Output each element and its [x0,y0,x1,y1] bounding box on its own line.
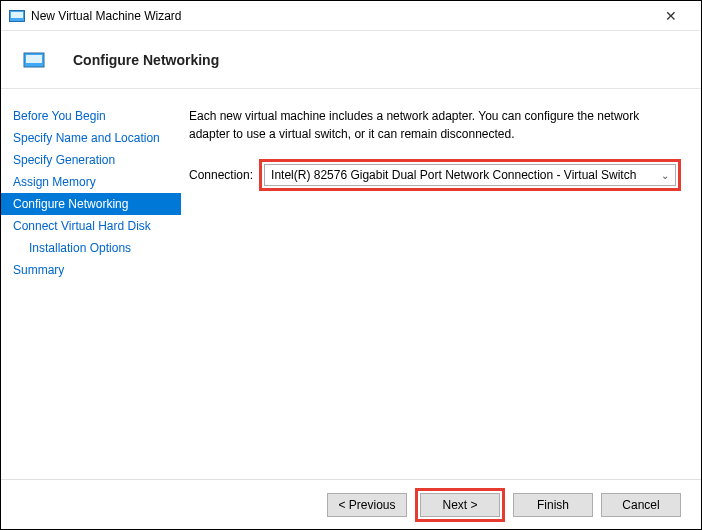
svg-rect-3 [26,55,42,63]
next-button[interactable]: Next > [420,493,500,517]
header-icon [23,51,45,69]
sidebar: Before You Begin Specify Name and Locati… [1,89,181,479]
sidebar-item-connect-vhd[interactable]: Connect Virtual Hard Disk [1,215,181,237]
wizard-window: New Virtual Machine Wizard ✕ Configure N… [0,0,702,530]
svg-rect-1 [11,12,23,18]
connection-row: Connection: Intel(R) 82576 Gigabit Dual … [189,159,681,191]
sidebar-item-installation-options[interactable]: Installation Options [1,237,181,259]
sidebar-item-specify-generation[interactable]: Specify Generation [1,149,181,171]
connection-highlight: Intel(R) 82576 Gigabit Dual Port Network… [259,159,681,191]
next-highlight: Next > [415,488,505,522]
window-title: New Virtual Machine Wizard [31,9,651,23]
cancel-button[interactable]: Cancel [601,493,681,517]
chevron-down-icon: ⌄ [661,170,669,181]
titlebar: New Virtual Machine Wizard ✕ [1,1,701,31]
connection-dropdown[interactable]: Intel(R) 82576 Gigabit Dual Port Network… [264,164,676,186]
close-button[interactable]: ✕ [651,8,691,24]
previous-button[interactable]: < Previous [327,493,407,517]
description-text: Each new virtual machine includes a netw… [189,107,681,143]
content-area: Each new virtual machine includes a netw… [181,89,701,479]
sidebar-item-before-you-begin[interactable]: Before You Begin [1,105,181,127]
sidebar-item-assign-memory[interactable]: Assign Memory [1,171,181,193]
wizard-footer: < Previous Next > Finish Cancel [1,479,701,529]
page-title: Configure Networking [73,52,219,68]
wizard-header: Configure Networking [1,31,701,89]
sidebar-item-configure-networking[interactable]: Configure Networking [1,193,181,215]
connection-label: Connection: [189,168,253,182]
wizard-body: Before You Begin Specify Name and Locati… [1,89,701,479]
finish-button[interactable]: Finish [513,493,593,517]
sidebar-item-specify-name-location[interactable]: Specify Name and Location [1,127,181,149]
connection-value: Intel(R) 82576 Gigabit Dual Port Network… [271,168,661,182]
sidebar-item-summary[interactable]: Summary [1,259,181,281]
app-icon [9,10,25,22]
